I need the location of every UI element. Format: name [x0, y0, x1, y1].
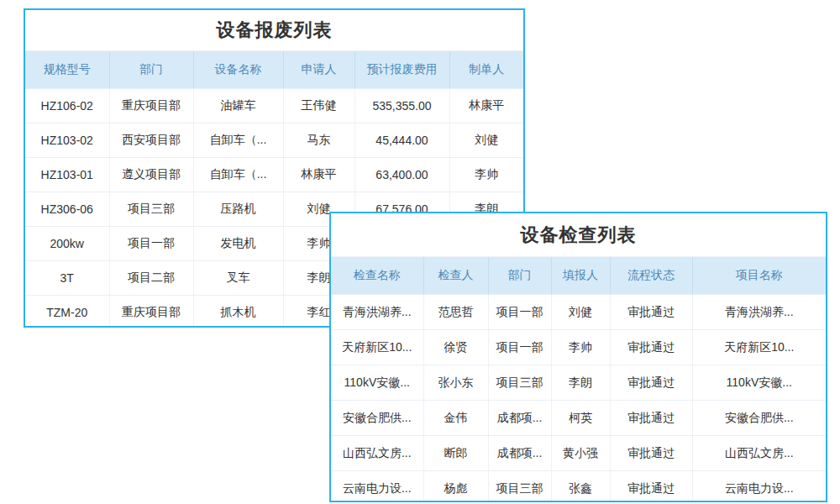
table-row: HZ103-01遵义项目部自卸车（...林康平63,400.00李帅 [25, 158, 523, 192]
table-cell: 项目一部 [109, 227, 193, 261]
cell-link[interactable]: 李朗 [551, 365, 610, 401]
table-row: 云南电力设...杨彪项目三部张鑫审批通过云南电力设... [331, 471, 826, 503]
table-row: HZ103-02西安项目部自卸车（...马东45,444.00刘健 [25, 123, 523, 158]
status-badge: 审批通过 [610, 436, 692, 471]
table-row: 天府新区10...徐贤项目一部李帅审批通过天府新区10... [331, 330, 826, 365]
table-cell: 重庆项目部 [109, 89, 193, 123]
table-cell: 杨彪 [423, 471, 488, 503]
table-cell: HZ306-06 [25, 192, 109, 227]
table-cell: 200kw [25, 227, 109, 261]
inspection-list-title: 设备检查列表 [331, 213, 826, 257]
table-cell: 63,400.00 [354, 158, 449, 192]
status-badge: 审批通过 [610, 365, 692, 401]
table-cell: 金伟 [423, 401, 488, 436]
table-cell: 范思哲 [423, 295, 488, 330]
column-header: 流程状态 [610, 257, 692, 295]
table-cell: HZ103-01 [25, 158, 109, 192]
cell-link[interactable]: 云南电力设... [331, 471, 423, 503]
table-cell: 535,355.00 [354, 89, 449, 123]
table-cell: 断郎 [423, 436, 488, 471]
table-cell: 项目三部 [488, 365, 551, 401]
status-badge: 审批通过 [610, 295, 692, 330]
cell-link[interactable]: 李帅 [551, 330, 610, 365]
table-row: 110kV安徽...张小东项目三部李朗审批通过110kV安徽... [331, 365, 826, 401]
table-cell: 项目二部 [109, 261, 193, 296]
cell-link[interactable]: 发电机 [193, 227, 283, 261]
cell-link[interactable]: 刘健 [551, 295, 610, 330]
table-cell: HZ106-02 [25, 89, 109, 123]
cell-link[interactable]: 压路机 [193, 192, 283, 227]
column-header: 检查名称 [331, 257, 423, 295]
cell-link[interactable]: 天府新区10... [692, 330, 826, 365]
scrap-list-header: 规格型号部门设备名称申请人预计报废费用制单人 [25, 51, 523, 89]
table-cell: 遵义项目部 [109, 158, 193, 192]
status-badge: 审批通过 [610, 471, 692, 503]
cell-link[interactable]: 云南电力设... [692, 471, 826, 503]
column-header: 部门 [109, 51, 193, 89]
cell-link[interactable]: 安徽合肥供... [692, 401, 826, 436]
table-row: 安徽合肥供...金伟成都项...柯英审批通过安徽合肥供... [331, 401, 826, 436]
inspection-list-header: 检查名称检查人部门填报人流程状态项目名称 [331, 257, 826, 295]
cell-link[interactable]: 110kV安徽... [331, 365, 423, 401]
cell-link[interactable]: 黄小强 [551, 436, 610, 471]
cell-link[interactable]: 李帅 [449, 158, 523, 192]
cell-link[interactable]: 山西弘文房... [692, 436, 826, 471]
table-cell: 3T [25, 261, 109, 296]
table-cell: HZ103-02 [25, 123, 109, 158]
column-header: 预计报废费用 [354, 51, 449, 89]
table-row: HZ106-02重庆项目部油罐车王伟健535,355.00林康平 [25, 89, 523, 123]
inspection-list-body: 青海洪湖养...范思哲项目一部刘健审批通过青海洪湖养...天府新区10...徐贤… [331, 295, 826, 503]
cell-link[interactable]: 叉车 [193, 261, 283, 296]
table-cell: 项目三部 [109, 192, 193, 227]
cell-link[interactable]: 自卸车（... [193, 123, 283, 158]
column-header: 填报人 [551, 257, 610, 295]
cell-link[interactable]: 110kV安徽... [692, 365, 826, 401]
table-row: 山西弘文房...断郎成都项...黄小强审批通过山西弘文房... [331, 436, 826, 471]
status-badge: 审批通过 [610, 401, 692, 436]
column-header: 项目名称 [692, 257, 826, 295]
cell-link[interactable]: 刘健 [449, 123, 523, 158]
cell-link[interactable]: 青海洪湖养... [331, 295, 423, 330]
table-cell: 徐贤 [423, 330, 488, 365]
cell-link[interactable]: 王伟健 [283, 89, 354, 123]
table-cell: 成都项... [488, 436, 551, 471]
inspection-list-card: 设备检查列表 检查名称检查人部门填报人流程状态项目名称 青海洪湖养...范思哲项… [329, 212, 827, 502]
table-cell: 项目一部 [488, 330, 551, 365]
column-header: 申请人 [283, 51, 354, 89]
table-cell: TZM-20 [25, 296, 109, 328]
table-cell: 西安项目部 [109, 123, 193, 158]
cell-link[interactable]: 山西弘文房... [331, 436, 423, 471]
cell-link[interactable]: 油罐车 [193, 89, 283, 123]
table-cell: 重庆项目部 [109, 296, 193, 328]
column-header: 部门 [488, 257, 551, 295]
cell-link[interactable]: 林康平 [283, 158, 354, 192]
cell-link[interactable]: 抓木机 [193, 296, 283, 328]
cell-link[interactable]: 青海洪湖养... [692, 295, 826, 330]
cell-link[interactable]: 林康平 [449, 89, 523, 123]
column-header: 规格型号 [25, 51, 109, 89]
table-cell: 项目一部 [488, 295, 551, 330]
cell-link[interactable]: 自卸车（... [193, 158, 283, 192]
column-header: 制单人 [449, 51, 523, 89]
table-cell: 45,444.00 [354, 123, 449, 158]
table-cell: 项目三部 [488, 471, 551, 503]
table-row: 青海洪湖养...范思哲项目一部刘健审批通过青海洪湖养... [331, 295, 826, 330]
column-header: 检查人 [423, 257, 488, 295]
inspection-list-table: 检查名称检查人部门填报人流程状态项目名称 青海洪湖养...范思哲项目一部刘健审批… [331, 257, 826, 502]
status-badge: 审批通过 [610, 330, 692, 365]
table-cell: 张小东 [423, 365, 488, 401]
cell-link[interactable]: 张鑫 [551, 471, 610, 503]
cell-link[interactable]: 天府新区10... [331, 330, 423, 365]
column-header: 设备名称 [193, 51, 283, 89]
cell-link[interactable]: 安徽合肥供... [331, 401, 423, 436]
scrap-list-title: 设备报废列表 [25, 10, 523, 51]
table-cell: 成都项... [488, 401, 551, 436]
cell-link[interactable]: 柯英 [551, 401, 610, 436]
cell-link[interactable]: 马东 [283, 123, 354, 158]
